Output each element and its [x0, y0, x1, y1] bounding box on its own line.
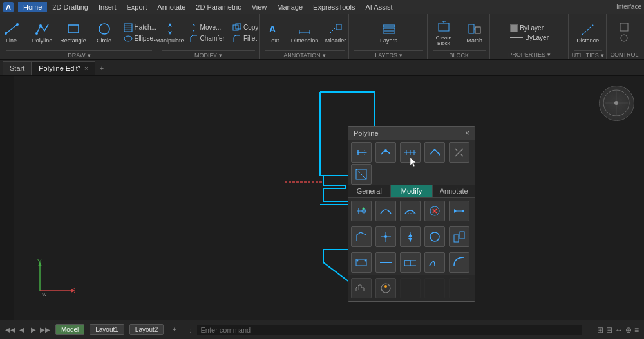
layout2-tab[interactable]: Layout2 — [129, 324, 164, 335]
popup-grid-2-4[interactable] — [449, 252, 469, 273]
popup-close-button[interactable]: × — [465, 129, 469, 138]
menu-item-aiassist[interactable]: AI Assist — [360, 2, 397, 12]
popup-grid-1-2[interactable] — [400, 226, 421, 247]
polyline-button[interactable]: Polyline — [28, 15, 57, 50]
tab-add-button[interactable]: + — [95, 62, 108, 75]
popup-tab-general[interactable]: General — [348, 185, 391, 197]
line-button[interactable]: Line — [0, 15, 26, 50]
popup-grid-1-4[interactable] — [449, 226, 469, 247]
menu-item-expresstools[interactable]: ExpressTools — [308, 2, 360, 12]
popup-top-icon-4[interactable] — [449, 142, 469, 163]
status-icon-5[interactable]: ≡ — [634, 325, 639, 334]
menu-item-insert[interactable]: Insert — [93, 2, 122, 12]
svg-point-3 — [5, 32, 7, 35]
nav-last-button[interactable]: ▶▶ — [40, 325, 50, 335]
distance-button[interactable]: Distance — [574, 15, 602, 50]
svg-marker-78 — [454, 209, 457, 213]
menu-item-manage[interactable]: Manage — [272, 2, 308, 12]
popup-grid-2-3[interactable] — [424, 252, 445, 273]
text-button[interactable]: A Text — [260, 15, 288, 50]
popup-grid-1-3[interactable] — [424, 226, 445, 247]
nav-next-button[interactable]: ▶ — [28, 325, 39, 335]
menu-item-view[interactable]: View — [247, 2, 272, 12]
svg-rect-22 — [383, 25, 395, 27]
popup-grid-3-3 — [424, 278, 445, 298]
dimension-button[interactable]: Dimension — [290, 15, 319, 50]
menu-item-export[interactable]: Export — [122, 2, 153, 12]
popup-grid-0-0[interactable]: + — [351, 201, 372, 221]
popup-grid-0-1[interactable] — [375, 201, 396, 221]
control-btn2[interactable] — [617, 33, 631, 43]
status-icon-1[interactable]: ⊞ — [597, 325, 603, 334]
svg-point-5 — [35, 32, 38, 35]
popup-top-icon-1[interactable] — [375, 142, 396, 163]
command-input[interactable] — [197, 325, 582, 335]
bylayer-line-button[interactable]: ByLayer — [507, 33, 551, 42]
match-button[interactable]: Match — [460, 15, 489, 50]
popup-tab-modify[interactable]: Modify — [391, 185, 433, 197]
chamfer-button[interactable]: Chamfer — [187, 33, 227, 44]
popup-grid-3-1[interactable] — [375, 278, 396, 298]
manipulate-button[interactable]: Manipulate — [156, 15, 184, 50]
popup-grid-3-4 — [449, 278, 469, 298]
add-layout-button[interactable]: + — [169, 325, 179, 335]
popup-grid-0-3[interactable] — [424, 201, 445, 221]
status-icon-4[interactable]: ⊕ — [625, 325, 632, 334]
copy-button[interactable]: Copy — [230, 23, 261, 33]
control-btn1[interactable] — [617, 22, 631, 32]
mleader-button[interactable]: Mleader — [321, 15, 350, 50]
menu-item-home[interactable]: Home — [18, 2, 47, 12]
rectangle-button[interactable]: Rectangle — [59, 15, 88, 50]
svg-point-8 — [99, 24, 109, 34]
popup-top-icon-3[interactable] — [424, 142, 445, 163]
menu-item-2dparametric[interactable]: 2D Parametric — [191, 2, 246, 12]
layers-button[interactable]: Layers — [357, 15, 421, 50]
properties-group-label[interactable]: PROPERTIES ▾ — [495, 50, 564, 58]
move-button[interactable]: Move... — [187, 23, 227, 33]
layout1-tab[interactable]: Layout1 — [90, 324, 124, 335]
match-label: Match — [467, 37, 483, 44]
drawing-canvas[interactable]: X Y W Polyline × — [14, 76, 644, 320]
popup-grid-2-1[interactable] — [375, 252, 396, 273]
layers-expand-icon: ▾ — [399, 52, 402, 59]
svg-point-13 — [124, 36, 132, 41]
circle-button[interactable]: Circle — [90, 15, 118, 50]
tab-polyline-edit-close[interactable]: × — [84, 65, 88, 72]
draw-group-label[interactable]: DRAW ▾ — [6, 50, 152, 59]
popup-grid-2-2[interactable] — [400, 252, 421, 273]
popup-top-icon-0[interactable] — [351, 142, 372, 163]
dimension-label: Dimension — [291, 37, 319, 44]
popup-grid-0-4[interactable] — [449, 201, 469, 221]
nav-prev-button[interactable]: ◀ — [17, 325, 27, 335]
annotation-tools: A Text Dimension Mleader — [260, 15, 350, 50]
popup-top-icon-5[interactable] — [351, 164, 372, 185]
annotation-group-label[interactable]: ANNOTATION ▾ — [265, 50, 345, 59]
popup-title-bar[interactable]: Polyline × — [348, 127, 475, 140]
bylayer-color-button[interactable]: ByLayer — [507, 24, 551, 33]
menu-item-annotate[interactable]: Annotate — [152, 2, 191, 12]
status-right: ⊞ ⊟ ↔ ⊕ ≡ — [597, 325, 639, 334]
fillet-button[interactable]: Fillet — [230, 33, 261, 44]
utilities-group-label[interactable]: UTILITIES ▾ — [574, 50, 602, 59]
svg-rect-88 — [460, 232, 464, 239]
compass[interactable] — [599, 86, 634, 121]
layers-group-label[interactable]: LAYERS ▾ — [354, 50, 423, 59]
modify-group-label[interactable]: MODIFY ▾ — [162, 50, 255, 59]
popup-grid-0-2[interactable] — [400, 201, 421, 221]
popup-top-icon-2[interactable] — [400, 142, 421, 163]
status-icon-2[interactable]: ⊟ — [606, 325, 612, 334]
status-icon-3[interactable]: ↔ — [615, 325, 623, 334]
menu-item-2ddrafting[interactable]: 2D Drafting — [47, 2, 93, 12]
create-block-button[interactable]: Create Block — [430, 15, 458, 50]
svg-rect-25 — [439, 23, 449, 31]
popup-grid-3-0[interactable] — [351, 278, 372, 298]
nav-first-button[interactable]: ◀◀ — [5, 325, 15, 335]
popup-grid-1-1[interactable] — [375, 226, 396, 247]
popup-grid-2-0[interactable] — [351, 252, 372, 273]
model-tab[interactable]: Model — [55, 324, 84, 335]
tab-polyline-edit[interactable]: Polyline Edit* × — [32, 61, 95, 75]
svg-point-59 — [384, 149, 387, 152]
popup-grid-1-0[interactable] — [351, 226, 372, 247]
tab-start[interactable]: Start — [3, 61, 32, 75]
popup-tab-annotate[interactable]: Annotate — [433, 185, 475, 197]
